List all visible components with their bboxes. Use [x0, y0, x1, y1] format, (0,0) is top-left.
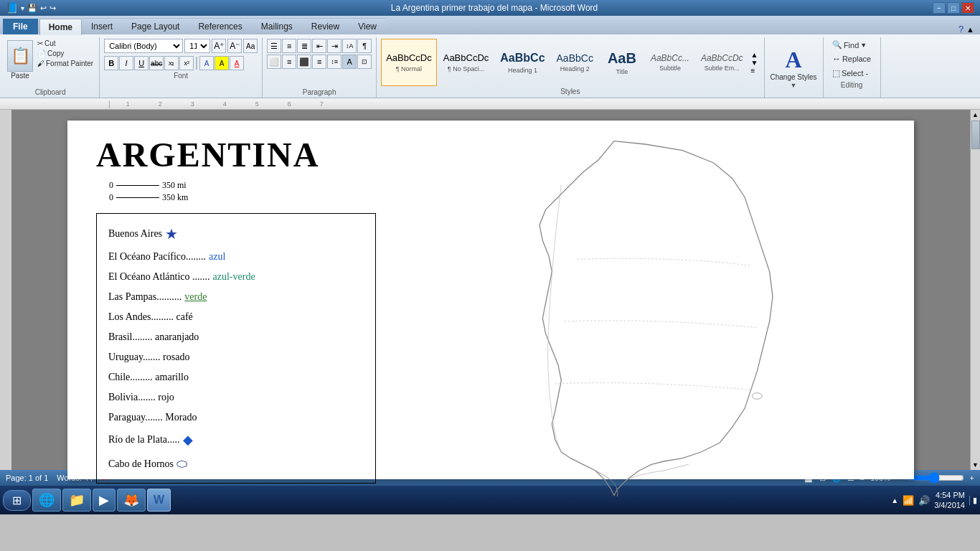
scroll-down-button[interactable]: ▼: [971, 460, 980, 470]
style-heading1[interactable]: AaBbCc Heading 1: [495, 39, 550, 86]
borders-button[interactable]: ⊡: [357, 55, 372, 69]
tab-file[interactable]: File: [3, 19, 38, 34]
taskbar-explorer[interactable]: 📁: [62, 489, 91, 512]
tray-volume[interactable]: 🔊: [918, 495, 930, 506]
underline-button[interactable]: U: [134, 56, 149, 70]
quick-redo[interactable]: ↪: [50, 4, 56, 13]
title-bar: 📘 ▾ 💾 ↩ ↪ La Argentina primer trabajo de…: [0, 0, 980, 16]
taskbar-media[interactable]: ▶: [93, 489, 116, 512]
document-title: ARGENTINA: [96, 135, 405, 174]
window-controls: − □ ✕: [933, 2, 974, 14]
numbered-list-button[interactable]: ≡: [282, 39, 296, 53]
strikethrough-button[interactable]: abc: [149, 56, 164, 70]
legend-bolivia: Bolivia....... rojo: [108, 387, 364, 408]
styles-row: AaBbCcDc ¶ Normal AaBbCcDc ¶ No Spaci...…: [381, 39, 759, 86]
style-heading2[interactable]: AaBbCc Heading 2: [552, 39, 598, 86]
align-center-button[interactable]: ≡: [282, 55, 296, 69]
replace-button[interactable]: ↔Replace: [829, 52, 874, 65]
bullets-button[interactable]: ☰: [267, 39, 281, 53]
change-styles-button[interactable]: A Change Styles ▼: [765, 37, 824, 98]
copy-label: Copy: [47, 50, 64, 57]
ribbon-help[interactable]: ?: [958, 24, 963, 34]
legend-text-brasil: Brasil........ anaranjado: [108, 331, 199, 343]
italic-button[interactable]: I: [119, 56, 133, 70]
justify-button[interactable]: ≡: [312, 55, 326, 69]
style-heading1-label: Heading 1: [508, 67, 537, 74]
align-left-button[interactable]: ⬜: [267, 55, 281, 69]
change-styles-arrow: ▼: [791, 82, 797, 89]
tab-references[interactable]: References: [189, 18, 251, 34]
tab-view[interactable]: View: [349, 18, 386, 34]
bold-button[interactable]: B: [104, 56, 118, 70]
taskbar-ie[interactable]: 🌐: [32, 489, 61, 512]
text-effects-button[interactable]: A: [199, 56, 214, 70]
left-margin: [0, 110, 11, 470]
tab-review[interactable]: Review: [302, 18, 349, 34]
taskbar-firefox[interactable]: 🦊: [117, 489, 146, 512]
highlight-button[interactable]: A: [215, 56, 229, 70]
style-title-label: Title: [616, 68, 628, 75]
tab-home[interactable]: Home: [39, 19, 82, 35]
doc-left-content: ARGENTINA 0 350 mi 0 350 km Buenos Aires…: [96, 135, 405, 465]
font-name-row: Calibri (Body) 11 A⁺ A⁻ Aa: [104, 39, 258, 53]
sort-button[interactable]: ↕A: [342, 39, 357, 53]
close-button[interactable]: ✕: [961, 2, 974, 14]
quick-undo[interactable]: ↩: [40, 4, 47, 13]
styles-more-button[interactable]: ≡: [751, 67, 758, 75]
editing-label: Editing: [841, 81, 863, 90]
font-name-select[interactable]: Calibri (Body): [104, 39, 183, 53]
tab-mailings[interactable]: Mailings: [252, 18, 302, 34]
ribbon-collapse[interactable]: ▲: [966, 25, 974, 34]
scroll-up-button[interactable]: ▲: [971, 110, 980, 120]
separator: [196, 57, 197, 70]
select-button[interactable]: ⬚Select -: [829, 67, 874, 80]
cut-button[interactable]: ✂B Cut: [36, 39, 95, 48]
superscript-button[interactable]: x²: [179, 56, 194, 70]
style-no-spacing[interactable]: AaBbCcDc ¶ No Spaci...: [438, 39, 494, 86]
style-normal[interactable]: AaBbCcDc ¶ Normal: [381, 39, 437, 86]
style-normal-preview: AaBbCcDc: [386, 52, 432, 64]
multilevel-list-button[interactable]: ≣: [297, 39, 311, 53]
font-case-button[interactable]: Aa: [243, 39, 258, 53]
font-size-select[interactable]: 11: [184, 39, 210, 53]
paste-button[interactable]: 📋 Paste: [6, 39, 34, 81]
styles-down-button[interactable]: ▼: [751, 59, 758, 67]
show-desktop[interactable]: ▮: [969, 496, 977, 505]
start-button[interactable]: ⊞: [3, 490, 31, 511]
clock-date: 3/4/2014: [934, 500, 965, 510]
vertical-scrollbar[interactable]: ▲ ▼: [970, 110, 980, 470]
copy-button[interactable]: 📄Copy: [36, 49, 95, 58]
scale-row2: 0 350 km: [109, 192, 405, 203]
style-subtitle[interactable]: AaBbCc... Subtitle: [646, 39, 694, 86]
decrease-font-button[interactable]: A⁻: [227, 39, 242, 53]
shading-button[interactable]: A: [342, 55, 357, 69]
font-label: Font: [174, 72, 188, 81]
zoom-increase[interactable]: +: [970, 474, 974, 482]
horizontal-ruler: │ 1 2 3 4 5 6 7: [0, 98, 980, 110]
format-painter-label: Format Painter: [46, 60, 93, 67]
maximize-button[interactable]: □: [947, 2, 960, 14]
increase-indent-button[interactable]: ⇥: [327, 39, 341, 53]
clipboard-group: 📋 Paste ✂B Cut 📄Copy 🖌Format Painter: [1, 37, 100, 98]
font-color-button[interactable]: A: [230, 56, 244, 70]
decrease-indent-button[interactable]: ⇤: [312, 39, 326, 53]
format-painter-button[interactable]: 🖌Format Painter: [36, 59, 95, 68]
taskbar-word[interactable]: W: [147, 489, 171, 512]
show-paragraph-button[interactable]: ¶: [357, 39, 372, 53]
align-right-button[interactable]: ⬛: [297, 55, 311, 69]
style-subtle-em[interactable]: AaBbCcDc Subtle Em...: [696, 39, 748, 86]
tab-insert[interactable]: Insert: [82, 18, 122, 34]
subscript-button[interactable]: x₂: [164, 56, 179, 70]
increase-font-button[interactable]: A⁺: [212, 39, 226, 53]
tray-arrow[interactable]: ▲: [891, 496, 898, 504]
scroll-thumb[interactable]: [971, 121, 980, 149]
quick-save[interactable]: 💾: [27, 4, 37, 13]
find-button[interactable]: 🔍Find▼: [829, 39, 874, 51]
style-title[interactable]: AaB Title: [600, 39, 644, 86]
minimize-button[interactable]: −: [933, 2, 946, 14]
line-spacing-button[interactable]: ↕≡: [327, 55, 341, 69]
styles-up-button[interactable]: ▲: [751, 51, 758, 59]
tab-page-layout[interactable]: Page Layout: [122, 18, 189, 34]
tray-network[interactable]: 📶: [903, 495, 914, 506]
zoom-slider[interactable]: [907, 472, 964, 484]
